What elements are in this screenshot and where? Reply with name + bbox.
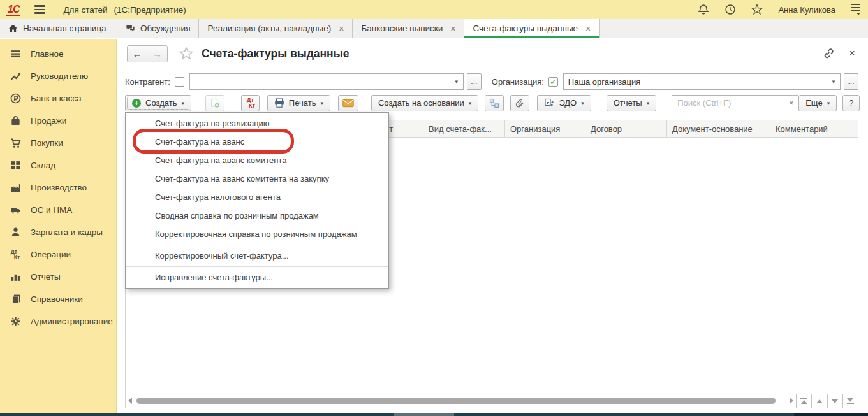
sidebar-item-warehouse[interactable]: Склад — [0, 154, 116, 176]
chat-icon — [126, 24, 135, 33]
menu-item-invoice-tax-agent[interactable]: Счет-фактура налогового агента — [126, 188, 388, 206]
sidebar-item-label: Руководителю — [31, 71, 88, 81]
service-menu-icon[interactable] — [851, 4, 860, 15]
sidebar-item-directories[interactable]: Справочники — [0, 288, 116, 310]
more-button[interactable]: Еще ▾ — [798, 95, 837, 111]
show-postings-button[interactable]: ДтКт — [241, 95, 260, 111]
column-header-invoice-type[interactable]: Вид счета-фак... — [423, 120, 505, 137]
copy-document-icon — [210, 98, 220, 108]
create-based-on-label: Создать на основании — [378, 98, 464, 108]
sidebar-item-operations[interactable]: ДтКт Операции — [0, 243, 116, 266]
menu-item-correction-summary-retail-sales[interactable]: Корректировочная справка по розничным пр… — [126, 225, 388, 243]
contragent-choose-button[interactable]: ... — [467, 73, 482, 90]
main-menu-icon[interactable] — [34, 5, 45, 13]
sidebar-item-production[interactable]: Производство — [0, 176, 116, 199]
caret-down-icon: ▾ — [320, 100, 323, 106]
trend-arrow-icon — [10, 71, 21, 82]
organization-filter-checkbox[interactable]: ✓ — [548, 77, 558, 87]
help-button[interactable]: ? — [842, 95, 860, 111]
tab-label: Реализация (акты, накладные) — [207, 24, 331, 33]
search-clear-icon[interactable]: × — [784, 95, 798, 111]
menu-item-invoice-advance[interactable]: Счет-фактура на аванс — [126, 133, 388, 151]
menu-item-corrective-invoice[interactable]: Корректировочный счет-фактура... — [126, 247, 388, 265]
forward-button[interactable]: → — [147, 46, 167, 62]
add-to-favorites-star-icon[interactable] — [179, 47, 193, 61]
edo-button[interactable]: ЭДО ▾ — [537, 95, 591, 111]
menu-item-invoice-fix[interactable]: Исправление счета-фактуры... — [126, 268, 388, 287]
history-icon[interactable] — [725, 4, 736, 15]
sections-sidebar: Главное Руководителю Банк и касса Продаж… — [0, 39, 117, 413]
favorites-star-icon[interactable] — [751, 4, 763, 15]
tab-realization-documents[interactable]: Реализация (акты, накладные) × — [199, 19, 353, 38]
contragent-dropdown-arrow-icon[interactable]: ▾ — [450, 74, 463, 89]
sidebar-item-main[interactable]: Главное — [0, 43, 116, 65]
tab-discussions[interactable]: Обсуждения — [117, 19, 199, 38]
go-to-last-row-button[interactable] — [842, 394, 858, 408]
column-header-organization[interactable]: Организация — [505, 120, 585, 137]
caret-down-icon: ▾ — [827, 100, 830, 106]
sidebar-item-purchases[interactable]: Покупки — [0, 132, 116, 154]
copy-button[interactable] — [205, 95, 224, 111]
cart-icon — [10, 138, 21, 149]
organization-input[interactable] — [564, 74, 827, 89]
current-user-name[interactable]: Анна Куликова — [778, 5, 835, 15]
reports-button[interactable]: Отчеты ▾ — [607, 95, 656, 111]
ruble-circle-icon — [10, 93, 21, 104]
tab-home-page[interactable]: Начальная страница — [0, 19, 117, 38]
column-header-contract[interactable]: Договор — [585, 120, 667, 137]
scroll-right-icon[interactable] — [790, 398, 793, 404]
sidebar-item-manager[interactable]: Руководителю — [0, 65, 116, 87]
contragent-filter-checkbox[interactable] — [175, 77, 184, 87]
tab-bank-statements[interactable]: Банковские выписки × — [353, 19, 464, 38]
notifications-bell-icon[interactable] — [698, 4, 709, 15]
gear-icon — [10, 316, 21, 327]
back-button[interactable]: ← — [128, 46, 147, 62]
1c-application-window: 1С Для статей (1С:Предприятие) Анна Кули… — [0, 0, 868, 416]
sidebar-item-fixed-assets[interactable]: ОС и НМА — [0, 199, 116, 221]
close-panel-icon[interactable]: × — [849, 47, 855, 60]
scrollbar-track[interactable] — [136, 398, 785, 404]
document-structure-button[interactable] — [485, 95, 504, 111]
row-navigation-buttons — [796, 394, 858, 408]
horizontal-scrollbar[interactable] — [126, 394, 796, 408]
go-to-first-row-button[interactable] — [797, 394, 811, 408]
tab-close-icon[interactable]: × — [339, 24, 344, 34]
menu-item-invoice-advance-committent-purchase[interactable]: Счет-фактура на аванс комитента на закуп… — [126, 169, 388, 188]
previous-row-button[interactable] — [811, 394, 827, 408]
scroll-left-icon[interactable] — [128, 398, 132, 404]
attachments-button[interactable] — [510, 95, 529, 111]
create-dropdown-menu: Счет-фактура на реализацию Счет-фактура … — [125, 112, 389, 289]
check-mark: ✓ — [550, 78, 557, 86]
help-button-label: ? — [849, 98, 853, 108]
organization-choose-button[interactable]: ... — [844, 73, 858, 90]
sidebar-item-bank-cash[interactable]: Банк и касса — [0, 87, 116, 110]
menu-item-invoice-realization[interactable]: Счет-фактура на реализацию — [126, 114, 388, 133]
column-header-base-document[interactable]: Документ-основание — [667, 120, 770, 137]
sidebar-item-payroll-hr[interactable]: Зарплата и кадры — [0, 221, 116, 243]
scrollbar-thumb[interactable] — [136, 398, 776, 404]
create-button[interactable]: + Создать ▾ — [125, 95, 191, 111]
tab-issued-invoices[interactable]: Счета-фактуры выданные × — [464, 19, 600, 38]
sidebar-item-reports[interactable]: Отчеты — [0, 266, 116, 288]
tab-close-icon[interactable]: × — [450, 24, 455, 34]
create-button-label: Создать — [145, 98, 177, 108]
menu-item-summary-retail-sales[interactable]: Сводная справка по розничным продажам — [126, 206, 388, 225]
organization-dropdown-arrow-icon[interactable]: ▾ — [827, 74, 840, 89]
contragent-input[interactable] — [190, 74, 450, 89]
caret-down-icon: ▾ — [469, 100, 472, 106]
tab-label: Банковские выписки — [361, 24, 443, 33]
structure-icon — [489, 98, 499, 108]
printer-icon — [274, 98, 284, 108]
sidebar-item-sales[interactable]: Продажи — [0, 110, 116, 132]
menu-item-invoice-advance-committent[interactable]: Счет-фактура на аванс комитента — [126, 151, 388, 169]
create-based-on-button[interactable]: Создать на основании ▾ — [371, 95, 478, 111]
search-input[interactable] — [672, 95, 784, 111]
sidebar-item-administration[interactable]: Администрирование — [0, 310, 116, 333]
column-header-comment[interactable]: Комментарий — [770, 120, 858, 137]
print-button[interactable]: Печать ▾ — [267, 95, 330, 111]
send-email-button[interactable] — [338, 95, 358, 111]
next-row-button[interactable] — [827, 394, 842, 408]
get-link-icon[interactable] — [821, 48, 834, 60]
tab-close-icon[interactable]: × — [585, 24, 591, 34]
command-toolbar: + Создать ▾ ДтКт Печать ▾ Создать на осн… — [125, 94, 858, 111]
